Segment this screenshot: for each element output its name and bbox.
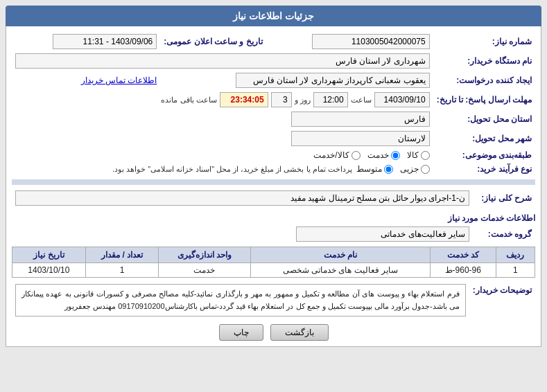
col-radif: ردیف — [496, 247, 535, 263]
farayand-notice: پرداخت تمام یا بخشی از مبلغ خرید، از محل… — [112, 165, 352, 174]
cell-kodKhadamat: 960-96-ط — [431, 263, 496, 278]
bazgasht-button[interactable]: بازگشت — [270, 324, 329, 341]
cell-tarikh: 1403/10/10 — [12, 263, 86, 278]
farayand-motavasset-label: متوسط — [356, 164, 382, 174]
shomare-niaz-input[interactable] — [312, 34, 430, 49]
nam-dastgah-label: نام دستگاه خریدار: — [433, 51, 535, 71]
mohlat-roz-input[interactable] — [271, 92, 292, 107]
farayand-motavasset-option[interactable]: متوسط — [356, 164, 393, 174]
chap-button[interactable]: چاپ — [219, 324, 263, 341]
farayand-jozii-radio[interactable] — [421, 165, 430, 174]
col-tarikh: تاریخ نیاز — [12, 247, 86, 263]
tozihaat-box: فرم استعلام بهاء و پیوست های آن مطالعه و… — [15, 284, 466, 317]
col-nam: نام خدمت — [250, 247, 430, 263]
mohlat-date-input[interactable] — [374, 92, 430, 107]
section-divider-1 — [12, 179, 535, 185]
mohlat-countdown-input — [220, 92, 268, 107]
button-row: بازگشت چاپ — [12, 324, 535, 341]
farayand-jozii-label: جزیی — [400, 164, 419, 174]
tabaqe-khadamat-option[interactable]: خدمت — [367, 150, 400, 160]
col-tedad: تعداد / مقدار — [85, 247, 159, 263]
groh-khadamat-input[interactable] — [296, 226, 469, 242]
nam-dastgah-input[interactable] — [15, 53, 430, 69]
shahr-label: شهر محل تحویل: — [433, 129, 535, 148]
tabaqe-kala-radio[interactable] — [421, 151, 430, 160]
tabaqe-kala-khadamat-option[interactable]: کالا/خدمت — [313, 150, 360, 160]
mohlat-time-input[interactable] — [313, 92, 348, 107]
farayand-motavasset-radio[interactable] — [384, 165, 393, 174]
ettelaat-tamas-link[interactable]: اطلاعات تماس خریدار — [81, 75, 157, 85]
cell-tedad: 1 — [85, 263, 159, 278]
tabaqe-label: طبقه‌بندی موضوعی: — [433, 148, 535, 162]
sharh-koli-input[interactable] — [15, 190, 469, 206]
mohlat-roz-label: روز و — [295, 96, 311, 105]
mohlat-label: مهلت ارسال پاسخ: تا تاریخ: — [433, 90, 535, 109]
mohlat-baqi-label: ساعت باقی مانده — [161, 96, 216, 105]
col-vahed: واحد اندازه‌گیری — [159, 247, 250, 263]
cell-namKhadamat: سایر فعالیت های خدماتی شخصی — [250, 263, 430, 278]
cell-vahed: خدمت — [159, 263, 250, 278]
cell-radif: 1 — [496, 263, 535, 278]
tabaqe-khadamat-label: خدمت — [367, 150, 389, 160]
ostan-input[interactable] — [291, 112, 430, 127]
col-kod: کد خدمت — [431, 247, 496, 263]
tarikh-input[interactable] — [53, 34, 157, 49]
noe-farayand-label: نوع فرآیند خرید: — [433, 162, 535, 176]
shahr-input[interactable] — [291, 131, 430, 146]
page-title: جزئیات اطلاعات نیاز — [233, 10, 314, 21]
sharh-koli-label: شرح کلی نیاز: — [473, 188, 535, 208]
tabaqe-kala-option[interactable]: کالا — [407, 150, 430, 160]
farayand-jozii-option[interactable]: جزیی — [400, 164, 430, 174]
tozihaat-label: توضیحات خریدار: — [469, 282, 535, 319]
page-header: جزئیات اطلاعات نیاز — [6, 6, 541, 26]
table-row: 1960-96-طسایر فعالیت های خدماتی شخصیخدمت… — [12, 263, 535, 278]
ijad-konande-input[interactable] — [236, 73, 430, 88]
ettelaat-khadamat-title: اطلاعات خدمات مورد نیاز — [12, 212, 535, 224]
tabaqe-khadamat-radio[interactable] — [391, 151, 400, 160]
mohlat-saat-label: ساعت — [351, 96, 372, 105]
tabaqe-kala-label: کالا — [407, 150, 419, 160]
tabaqe-kala-khadamat-label: کالا/خدمت — [313, 150, 349, 160]
ostan-label: استان محل تحویل: — [433, 109, 535, 129]
tarikh-label: تاریخ و ساعت اعلان عمومی: — [160, 32, 266, 51]
ijad-konande-label: ایجاد کننده درخواست: — [433, 71, 535, 90]
services-table: ردیف کد خدمت نام خدمت واحد اندازه‌گیری ت… — [12, 247, 535, 278]
groh-khadamat-label: گروه خدمت: — [473, 224, 535, 244]
tabaqe-kala-khadamat-radio[interactable] — [351, 151, 361, 160]
shomare-niaz-label: شماره نیاز: — [433, 32, 535, 51]
